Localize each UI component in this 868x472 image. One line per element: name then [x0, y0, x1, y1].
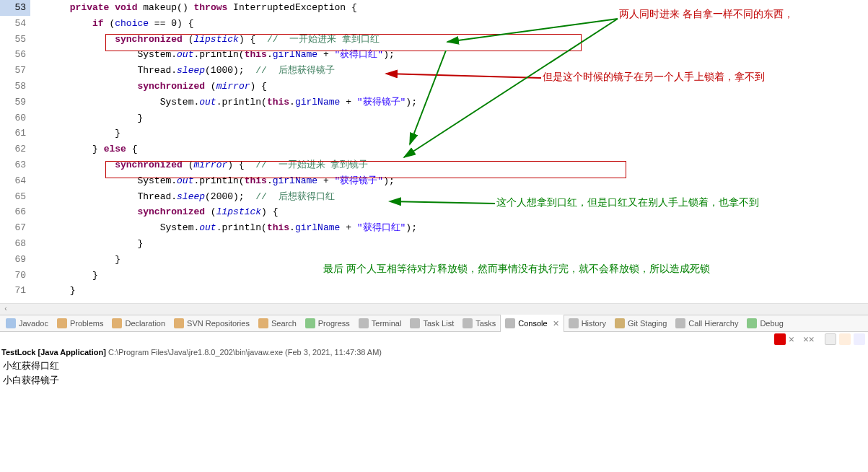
code-line[interactable]: 67 System.out.println(this.girlName + "获… [0, 220, 868, 236]
tab-label: History [582, 319, 606, 328]
code-text[interactable]: System.out.println(this.girlName + "获得镜子… [30, 173, 868, 189]
editor-horizontal-scrollbar[interactable]: ‹ [0, 303, 868, 315]
code-line[interactable]: 69 } [0, 252, 868, 268]
search-icon [258, 318, 268, 328]
code-line[interactable]: 64 System.out.println(this.girlName + "获… [0, 173, 868, 189]
tab-declaration[interactable]: Declaration [108, 315, 170, 332]
tab-label: Declaration [125, 319, 165, 328]
clear-console-icon[interactable] [825, 333, 836, 345]
views-tab-bar: JavadocProblemsDeclarationSVN Repositori… [0, 315, 868, 332]
code-text[interactable]: synchronized (lipstick) { [30, 204, 868, 220]
code-line[interactable]: 63 synchronized (mirror) { // 一开始进来 拿到镜子 [0, 157, 868, 173]
code-text[interactable]: } [30, 252, 868, 268]
code-line[interactable]: 62 } else { [0, 141, 868, 157]
tab-problems[interactable]: Problems [53, 315, 108, 332]
tab-tasklist[interactable]: Task List [405, 315, 458, 332]
line-number: 70 [0, 268, 30, 284]
line-number: 67 [0, 220, 30, 236]
svn-icon [174, 318, 184, 328]
code-line[interactable]: 55 synchronized (lipstick) { // 一开始进来 拿到… [0, 32, 868, 48]
console-line: 小白获得镜子 [3, 374, 865, 388]
line-number: 64 [0, 173, 30, 189]
line-number: 58 [0, 79, 30, 95]
code-text[interactable]: synchronized (mirror) { // 一开始进来 拿到镜子 [30, 157, 868, 173]
code-text[interactable]: synchronized (lipstick) { // 一开始进来 拿到口红 [30, 32, 868, 48]
code-text[interactable]: Thread.sleep(1000); // 后想获得镜子 [30, 63, 868, 79]
tab-label: Git Staging [628, 319, 667, 328]
code-text[interactable]: System.out.println(this.girlName + "获得口红… [30, 220, 868, 236]
line-number: 71 [0, 283, 30, 299]
code-line[interactable]: 54 if (choice == 0) { [0, 16, 868, 32]
tab-terminal[interactable]: Terminal [354, 315, 406, 332]
code-text[interactable]: synchronized (mirror) { [30, 79, 868, 95]
code-line[interactable]: 61 } [0, 126, 868, 141]
tab-label: Call Hierarchy [688, 319, 738, 328]
tab-label: Progress [318, 319, 350, 328]
tab-label: Task List [423, 319, 454, 328]
code-line[interactable]: 71 } [0, 283, 868, 299]
code-text[interactable]: System.out.println(this.girlName + "获得镜子… [30, 95, 868, 110]
remove-all-icon[interactable]: ✕✕ [803, 333, 815, 345]
line-number: 55 [0, 32, 30, 48]
scroll-lock-icon[interactable] [839, 333, 851, 345]
line-number: 61 [0, 126, 30, 141]
callhierarchy-icon [675, 318, 685, 328]
tab-label: Search [271, 319, 297, 328]
code-line[interactable]: 56 System.out.println(this.girlName + "获… [0, 47, 868, 63]
code-line[interactable]: 60 } [0, 110, 868, 126]
code-text[interactable]: } [30, 110, 868, 126]
javadoc-icon [6, 318, 16, 328]
tab-close-icon[interactable]: ✕ [551, 319, 559, 328]
code-line[interactable]: 70 } [0, 268, 868, 284]
code-text[interactable]: Thread.sleep(2000); // 后想获得口红 [30, 189, 868, 205]
code-line[interactable]: 58 synchronized (mirror) { [0, 79, 868, 95]
code-editor[interactable]: 53 private void makeup() throws Interrup… [0, 0, 868, 303]
code-line[interactable]: 65 Thread.sleep(2000); // 后想获得口红 [0, 189, 868, 205]
code-line[interactable]: 57 Thread.sleep(1000); // 后想获得镜子 [0, 63, 868, 79]
declaration-icon [112, 318, 122, 328]
gitstaging-icon [615, 318, 625, 328]
code-line[interactable]: 59 System.out.println(this.girlName + "获… [0, 95, 868, 110]
tab-javadoc[interactable]: Javadoc [1, 315, 53, 332]
tab-debug[interactable]: Debug [742, 315, 787, 332]
tab-label: Terminal [372, 319, 402, 328]
code-text[interactable]: private void makeup() throws Interrupted… [30, 0, 868, 16]
history-icon [569, 318, 579, 328]
line-number: 62 [0, 141, 30, 157]
terminal-icon [359, 318, 369, 328]
code-line[interactable]: 53 private void makeup() throws Interrup… [0, 0, 868, 16]
code-line[interactable]: 66 synchronized (lipstick) { [0, 204, 868, 220]
tab-history[interactable]: History [564, 315, 610, 332]
code-text[interactable]: if (choice == 0) { [30, 16, 868, 32]
remove-launch-icon[interactable]: ✕ [789, 333, 800, 345]
scroll-left-icon[interactable]: ‹ [0, 304, 12, 315]
tab-gitstaging[interactable]: Git Staging [610, 315, 671, 332]
code-line[interactable]: 68 } [0, 236, 868, 252]
pin-console-icon[interactable] [854, 333, 865, 345]
console-output[interactable]: 小红获得口红小白获得镜子 [0, 359, 868, 388]
tab-label: Console [518, 319, 547, 328]
code-text[interactable]: } [30, 283, 868, 299]
tasks-icon [463, 318, 473, 328]
code-text[interactable]: } [30, 126, 868, 141]
line-number: 60 [0, 110, 30, 126]
tab-svn[interactable]: SVN Repositories [170, 315, 254, 332]
tab-label: Debug [760, 319, 783, 328]
tab-console[interactable]: Console✕ [500, 315, 564, 332]
code-text[interactable]: } [30, 268, 868, 284]
tab-search[interactable]: Search [254, 315, 301, 332]
line-number: 56 [0, 47, 30, 63]
tab-label: Javadoc [19, 319, 48, 328]
console-toolbar: ✕ ✕✕ [0, 332, 868, 346]
code-text[interactable]: System.out.println(this.girlName + "获得口红… [30, 47, 868, 63]
line-number: 57 [0, 63, 30, 79]
code-text[interactable]: } else { [30, 141, 868, 157]
code-text[interactable]: } [30, 236, 868, 252]
tab-callhierarchy[interactable]: Call Hierarchy [671, 315, 742, 332]
tab-progress[interactable]: Progress [301, 315, 354, 332]
tab-tasks[interactable]: Tasks [458, 315, 500, 332]
progress-icon [305, 318, 315, 328]
console-line: 小红获得口红 [3, 359, 865, 374]
line-number: 63 [0, 157, 30, 173]
stop-icon[interactable] [774, 333, 786, 345]
